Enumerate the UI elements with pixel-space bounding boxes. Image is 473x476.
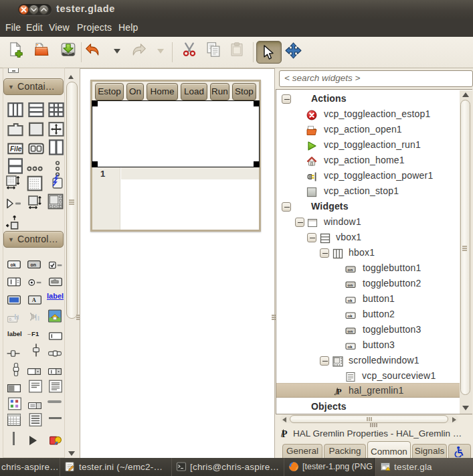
- svg-text:ok: ok: [347, 345, 353, 349]
- svg-text:on: on: [31, 262, 36, 267]
- svg-text:ok: ok: [11, 262, 16, 267]
- svg-text:A: A: [32, 297, 37, 303]
- svg-text:ok: ok: [347, 314, 353, 318]
- svg-text:on: on: [348, 283, 353, 287]
- svg-text:P: P: [282, 429, 288, 439]
- svg-text:0..: 0..: [9, 317, 13, 321]
- svg-text:on: on: [348, 329, 353, 333]
- svg-text:File: File: [10, 145, 22, 153]
- svg-text:on: on: [348, 268, 353, 272]
- svg-text:ok: ok: [347, 299, 353, 303]
